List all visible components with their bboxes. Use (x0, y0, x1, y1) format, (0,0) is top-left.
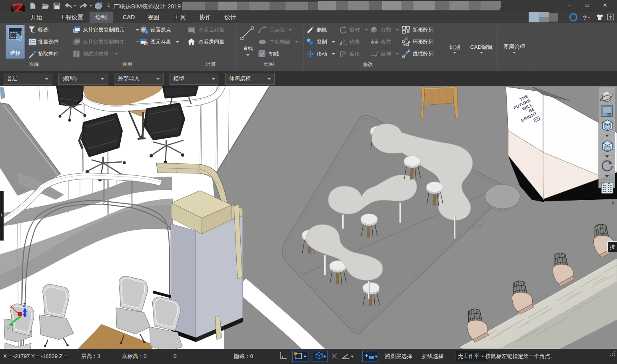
svg-text:X: X (9, 304, 13, 310)
svg-text:?: ? (583, 14, 587, 21)
svg-text:2D: 2D (607, 112, 612, 116)
svg-text:Z: Z (22, 302, 26, 308)
svg-text:按: 按 (609, 244, 615, 250)
svg-text:Y: Y (6, 326, 10, 332)
